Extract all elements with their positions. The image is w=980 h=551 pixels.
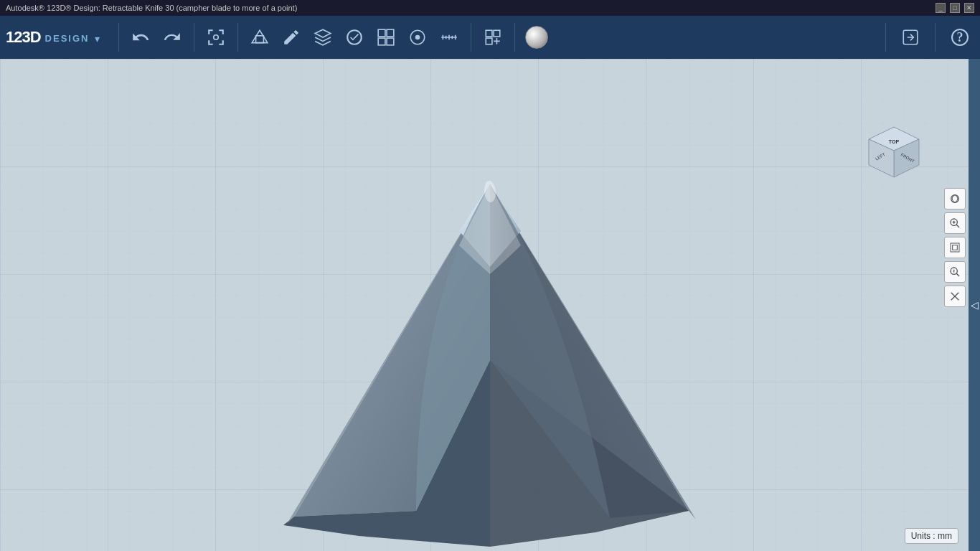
toolbar-right: ?	[881, 23, 974, 52]
primitives-button[interactable]	[245, 23, 274, 52]
logo-dropdown-arrow[interactable]: ▾	[95, 33, 100, 44]
titlebar: Autodesk® 123D® Design: Retractable Knif…	[0, 0, 980, 16]
units-display[interactable]: Units : mm	[905, 528, 958, 544]
undo-icon	[131, 28, 150, 47]
svg-line-38	[956, 273, 959, 276]
close-view-panel-button[interactable]	[944, 286, 966, 307]
logo-area[interactable]: 123D DESIGN ▾	[6, 28, 100, 47]
redo-button[interactable]	[158, 23, 187, 52]
sketch-button[interactable]	[277, 23, 306, 52]
fit-icon	[207, 28, 225, 47]
close-view-icon	[949, 291, 961, 302]
primitives-icon	[250, 28, 269, 47]
titlebar-controls: _ □ ✕	[936, 3, 974, 13]
logo-sub: DESIGN	[45, 33, 90, 44]
separator-2	[194, 23, 194, 52]
titlebar-title: Autodesk® 123D® Design: Retractable Knif…	[6, 4, 297, 12]
snapping-button[interactable]	[403, 23, 432, 52]
separator-1	[118, 23, 119, 52]
svg-rect-4	[379, 38, 386, 45]
units-label: Units : mm	[911, 531, 952, 541]
group-button[interactable]	[479, 23, 507, 52]
logo-text: 123D	[6, 28, 41, 47]
maximize-button[interactable]: □	[950, 3, 960, 13]
nav-cube[interactable]: TOP FRONT LEFT	[865, 123, 923, 181]
separator-5	[514, 23, 515, 52]
svg-rect-2	[379, 29, 386, 37]
construct-button[interactable]	[308, 23, 337, 52]
zoom-window-icon	[949, 266, 961, 278]
view-controls	[944, 188, 966, 307]
zoom-in-icon	[949, 217, 961, 229]
svg-rect-8	[486, 30, 493, 37]
separator-6	[885, 23, 886, 52]
zoom-in-button[interactable]	[944, 212, 966, 234]
zoom-extent-button[interactable]	[944, 237, 966, 258]
svg-line-33	[956, 225, 959, 227]
share-button[interactable]	[896, 23, 925, 52]
help-button[interactable]: ?	[946, 23, 974, 52]
toolbar: 123D DESIGN ▾	[0, 16, 980, 59]
separator-3	[237, 23, 238, 52]
measure-button[interactable]	[435, 23, 463, 52]
help-icon: ?	[951, 29, 969, 46]
fit-button[interactable]	[202, 23, 230, 52]
construct-icon	[314, 28, 332, 47]
svg-text:TOP: TOP	[889, 139, 900, 144]
sketch-icon	[282, 28, 301, 47]
measure-icon	[440, 28, 458, 47]
pattern-button[interactable]	[372, 23, 400, 52]
separator-4	[471, 23, 471, 52]
viewport[interactable]: TOP FRONT LEFT	[0, 59, 980, 551]
snapping-icon	[408, 28, 427, 47]
undo-button[interactable]	[126, 23, 155, 52]
separator-7	[935, 23, 936, 52]
svg-rect-3	[387, 29, 395, 37]
svg-rect-10	[486, 38, 493, 44]
group-icon	[484, 28, 502, 47]
svg-point-0	[214, 35, 219, 40]
share-icon	[901, 28, 920, 47]
svg-rect-1	[256, 36, 264, 43]
material-sphere-icon	[525, 26, 548, 49]
svg-rect-34	[951, 243, 959, 252]
orbit-icon	[949, 193, 961, 204]
material-button[interactable]	[522, 23, 551, 52]
transform-icon	[345, 28, 364, 47]
zoom-window-button[interactable]	[944, 261, 966, 283]
svg-rect-9	[494, 30, 501, 37]
pattern-icon	[377, 28, 395, 47]
svg-rect-35	[953, 245, 958, 250]
3d-model	[0, 59, 980, 551]
svg-rect-5	[387, 38, 395, 45]
redo-icon	[163, 28, 182, 47]
transform-button[interactable]	[340, 23, 369, 52]
minimize-button[interactable]: _	[936, 3, 946, 13]
svg-point-7	[415, 35, 420, 40]
orbit-button[interactable]	[944, 188, 966, 209]
panel-toggle-icon[interactable]: ◁	[971, 299, 979, 311]
nav-cube-svg: TOP FRONT LEFT	[865, 123, 923, 181]
right-panel-edge[interactable]: ◁	[969, 59, 980, 551]
zoom-extent-icon	[949, 242, 961, 253]
close-button[interactable]: ✕	[964, 3, 974, 13]
